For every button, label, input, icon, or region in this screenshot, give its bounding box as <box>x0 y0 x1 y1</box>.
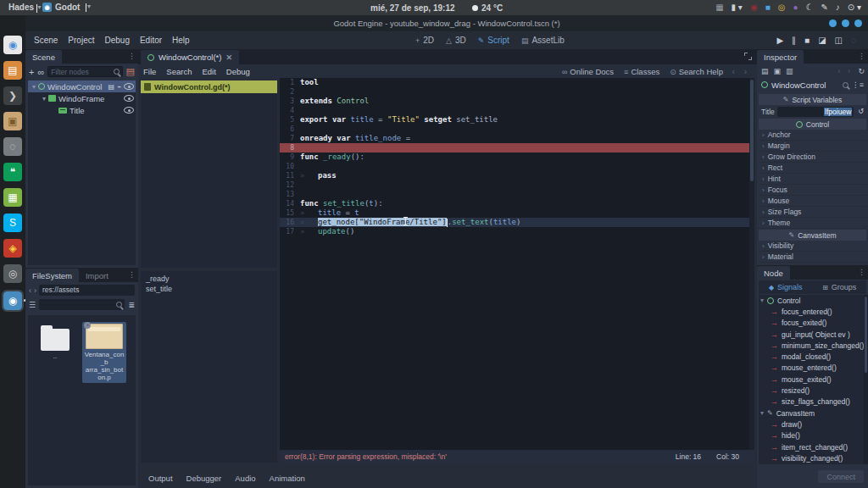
window-close-button[interactable] <box>854 19 862 27</box>
signal-item[interactable]: →visibility_changed() <box>759 452 866 463</box>
fs-path[interactable]: res://assets <box>39 285 135 296</box>
green-app-dock-icon[interactable]: ▦ <box>3 188 22 207</box>
package-dock-icon[interactable]: ▣ <box>3 112 22 130</box>
menu-project[interactable]: Project <box>63 36 99 45</box>
code-line-11[interactable]: 11»pass <box>280 171 754 180</box>
blue-app-tray-icon[interactable]: ■ <box>765 0 771 15</box>
signal-badge-icon[interactable]: ⌁ <box>117 83 121 91</box>
visibility-eye-icon[interactable] <box>124 107 134 114</box>
object-tools-icon[interactable]: ⋮≡ <box>852 80 864 89</box>
code-line-9[interactable]: 9func _ready(): <box>280 152 754 162</box>
add-node-button[interactable]: + <box>29 67 34 77</box>
inspector-fold-hint[interactable]: ›Hint <box>759 174 866 185</box>
inspector-fold-size-flags[interactable]: ›Size Flags <box>759 207 866 218</box>
scene-tab-windowcontrol[interactable]: WindowControl(*) ✕ <box>141 50 239 64</box>
signal-item[interactable]: →size_flags_changed() <box>759 396 866 408</box>
signal-item[interactable]: →gui_input( Object ev ) <box>759 329 866 340</box>
files-dock-icon[interactable]: ▤ <box>3 61 22 80</box>
instance-scene-button[interactable]: ∞ <box>37 67 44 77</box>
tab-filesystem[interactable]: FileSystem <box>25 269 79 282</box>
help-link-classes[interactable]: ≡Classes <box>624 67 659 76</box>
terminal-dock-icon[interactable]: ❯ <box>3 86 22 105</box>
expander-icon[interactable]: ▾ <box>40 95 48 103</box>
purple-app-tray-icon[interactable]: ● <box>793 0 798 15</box>
signal-category-canvasitem[interactable]: ▾✎CanvasItem <box>759 408 866 419</box>
fs-sort-icon[interactable]: ☰ <box>29 301 36 309</box>
code-line-16[interactable]: 16»get_node["WindoFrame/Title"].set_text… <box>280 218 754 227</box>
expander-icon[interactable]: ▾ <box>30 83 38 91</box>
menu-debug[interactable]: Debug <box>99 36 134 45</box>
fs-view-toggle-icon[interactable]: ≣ <box>128 301 135 309</box>
inspector-section-control[interactable]: Control <box>759 119 866 130</box>
signal-item[interactable]: →draw() <box>759 419 866 430</box>
code-line-1[interactable]: 1tool <box>280 78 754 87</box>
menu-editor[interactable]: Editor <box>135 36 167 45</box>
signal-item[interactable]: →modal_closed() <box>759 351 866 362</box>
script-list-item[interactable]: WindowControl.gd(*) <box>141 80 277 93</box>
script-menu-debug[interactable]: Debug <box>221 67 255 76</box>
wheel-dock-icon[interactable]: ◎ <box>3 264 22 283</box>
script-menu-search[interactable]: Search <box>161 67 197 76</box>
signal-category-control[interactable]: ▾Control <box>759 295 866 306</box>
function-list-item[interactable]: set_title <box>146 284 272 294</box>
tab-scene[interactable]: Scene <box>25 50 62 64</box>
bottom-tab-animation[interactable]: Animation <box>264 474 310 483</box>
night-light-icon[interactable]: ☾ <box>805 0 813 15</box>
volume-icon[interactable]: ♪ <box>836 0 840 15</box>
panel-menu-icon[interactable]: ⋮ <box>858 268 865 276</box>
tree-node-windowcontrol[interactable]: ▾WindowControl▤⌁ <box>28 80 136 92</box>
signal-item[interactable]: →mouse_entered() <box>759 363 866 374</box>
weather-applet[interactable]: 24 °C <box>472 3 503 13</box>
inspector-fold-focus[interactable]: ›Focus <box>759 185 866 196</box>
signal-list-scrollbar[interactable] <box>864 295 868 464</box>
chrome-dock-icon[interactable]: ◉ <box>3 36 22 54</box>
script-badge-icon[interactable]: ▤ <box>108 83 115 91</box>
inspector-fold-theme[interactable]: ›Theme <box>759 218 866 229</box>
script-menu-edit[interactable]: Edit <box>197 67 220 76</box>
godot-dock-icon[interactable]: ◉ <box>3 291 22 310</box>
fs-search-input[interactable] <box>39 299 125 310</box>
function-list-item[interactable]: _ready <box>146 274 272 284</box>
save-resource-icon[interactable]: ▥ <box>786 67 793 75</box>
panel-menu-icon[interactable]: ⋮ <box>858 52 865 60</box>
code-line-5[interactable]: 5export var title = "Title" setget set_t… <box>280 115 754 125</box>
help-link-search-help[interactable]: ⊙Search Help <box>670 67 723 76</box>
update-spinner-icon[interactable]: ◌ <box>851 36 856 45</box>
code-line-17[interactable]: 17»update() <box>280 227 754 236</box>
signal-item[interactable]: →focus_entered() <box>759 306 866 317</box>
signal-item[interactable]: →minimum_size_changed() <box>759 340 866 351</box>
code-line-14[interactable]: 14func set_title(t): <box>280 199 754 208</box>
tab-import[interactable]: Import <box>79 269 115 282</box>
visibility-eye-icon[interactable] <box>124 95 134 102</box>
panel-menu-icon[interactable]: ⋮ <box>128 270 136 279</box>
signal-item[interactable]: →focus_exited() <box>759 318 866 329</box>
inspector-fold-material[interactable]: ›Material <box>759 252 866 263</box>
workspace-assetlib[interactable]: ▤AssetLib <box>521 36 565 45</box>
settings-dock-icon[interactable]: ◌ <box>3 137 22 156</box>
subtab-groups[interactable]: ⊞Groups <box>813 283 867 291</box>
desktop-apps-menu[interactable]: Hades▼ <box>8 3 37 12</box>
window-maximize-button[interactable] <box>842 19 849 27</box>
battery-icon[interactable]: ▮ ▾ <box>732 0 743 15</box>
active-app-menu[interactable]: ◉ Godot▼ <box>42 3 86 12</box>
code-line-7[interactable]: 7onready var title_node = <box>280 134 754 143</box>
code-line-15[interactable]: 15»title = t <box>280 208 754 218</box>
script-history-arrows[interactable]: ‹ › <box>732 67 750 76</box>
chrome-tray-icon[interactable]: ◎ <box>778 0 786 15</box>
code-editor[interactable]: 1tool23extends Control45export var title… <box>280 78 754 450</box>
property-value-input[interactable]: lfpoiuew <box>777 107 854 117</box>
play-button[interactable]: ▶ <box>776 36 783 45</box>
inspector-fold-grow-direction[interactable]: ›Grow Direction <box>759 152 866 163</box>
code-line-6[interactable]: 6 <box>280 125 754 134</box>
reload-icon[interactable]: ↻ <box>858 67 865 75</box>
inspector-section-canvasitem[interactable]: ✎CanvasItem <box>759 230 866 241</box>
stop-button[interactable]: ■ <box>804 36 810 45</box>
code-line-4[interactable]: 4 <box>280 106 754 115</box>
new-resource-icon[interactable]: ▤ <box>761 67 769 75</box>
media-dock-icon[interactable]: ◈ <box>3 239 22 258</box>
code-line-2[interactable]: 2 <box>280 87 754 97</box>
play-scene-button[interactable]: ◪ <box>818 36 826 45</box>
distraction-free-icon[interactable] <box>744 53 752 60</box>
inspector-fold-anchor[interactable]: ›Anchor <box>759 130 866 141</box>
tree-node-title[interactable]: Title <box>28 104 136 116</box>
